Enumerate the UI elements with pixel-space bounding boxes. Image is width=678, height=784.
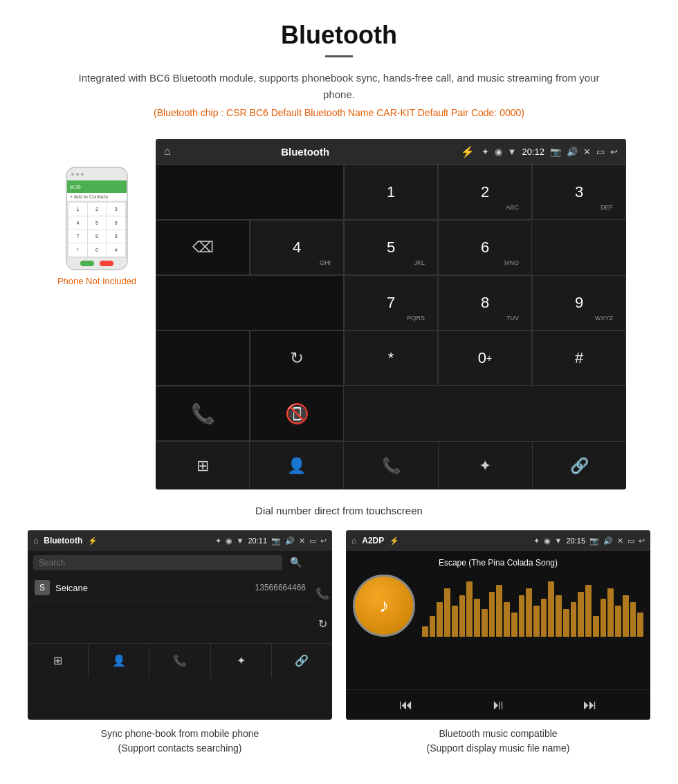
pk-0: 0 [88,243,107,256]
pb-side-phone-icon[interactable]: 📞 [315,587,329,600]
pb-contact-row[interactable]: S Seicane 13566664466 [28,575,313,601]
volume-icon[interactable]: 🔊 [567,147,578,157]
search-icon[interactable]: 🔍 [290,557,302,568]
music-loc-icon: ◉ [544,536,551,545]
dial-key-8[interactable]: 8 TUV [438,275,532,330]
phone-top-bar [67,168,127,180]
title-divider [325,55,353,57]
dial-key-5[interactable]: 5 JKL [344,220,438,275]
visualizer-bar [526,588,532,637]
phone-btn[interactable]: 📞 [344,442,438,489]
lower-screenshots: ⌂ Bluetooth ⚡ ✦ ◉ ▼ 20:11 📷 🔊 ✕ ▭ ↩ 🔍 [0,530,678,756]
music-close-icon[interactable]: ✕ [617,536,623,545]
next-track-btn[interactable]: ⏭ [583,697,597,713]
sub-label-8: TUV [506,315,519,321]
dial-key-0[interactable]: 0+ [438,330,532,386]
dial-key-star[interactable]: * [344,330,438,386]
pk-1: 1 [68,203,87,216]
pb-dialpad-btn[interactable]: ⊞ [28,644,89,678]
music-vol-icon: 🔊 [603,536,613,545]
camera-icon[interactable]: 📷 [550,147,561,157]
car-screen-header: ⌂ Bluetooth ⚡ ✦ ◉ ▼ 20:12 📷 🔊 ✕ ▭ ↩ [156,139,626,164]
pk-9: 9 [107,230,125,243]
pk-4: 4 [68,216,87,230]
pb-back-icon[interactable]: ↩ [320,536,327,545]
page-title: Bluetooth [14,21,664,50]
sub-label-3: DEF [601,204,613,211]
visualizer-bar [593,616,599,637]
pb-link-btn[interactable]: 🔗 [272,644,332,678]
back-icon[interactable]: ↩ [610,147,618,157]
phone-not-included-label: Phone Not Included [57,276,136,286]
music-header: ⌂ A2DP ⚡ ✦ ◉ ▼ 20:15 📷 🔊 ✕ ▭ ↩ [346,530,650,551]
dial-key-2[interactable]: 2 ABC [438,165,532,220]
empty-row2 [156,275,344,330]
visualizer-bar [519,595,525,637]
refresh-cell[interactable]: ↻ [250,330,344,386]
prev-track-btn[interactable]: ⏮ [399,697,413,713]
visualizer-bar [511,613,517,637]
backspace-cell[interactable]: ⌫ [156,220,250,275]
visualizer-bar [563,609,569,637]
dial-display[interactable] [156,165,344,220]
visualizer-bar [466,581,473,637]
dial-input[interactable] [156,183,329,201]
pb-home-icon[interactable]: ⌂ [33,536,38,545]
dial-key-1[interactable]: 1 [344,165,438,220]
phone-call-btn [80,261,94,266]
pb-phone-btn[interactable]: 📞 [149,644,210,678]
window-icon[interactable]: ▭ [596,147,605,157]
phone-end-btn [100,261,113,266]
visualizer-bar [533,606,540,637]
dial-key-7[interactable]: 7 PQRS [344,275,438,330]
dial-key-3[interactable]: 3 DEF [532,165,626,220]
music-content: ♪ [353,575,643,637]
pb-side-refresh-icon[interactable]: ↻ [318,617,327,631]
phonebook-caption-line2: (Support contacts searching) [118,743,242,754]
dial-key-4[interactable]: 4 GHI [250,220,344,275]
dial-key-6[interactable]: 6 MNO [438,220,532,275]
visualizer-bar [430,616,436,637]
pk-hash: # [107,243,125,256]
music-controls: ⏮ ⏯ ⏭ [346,689,650,720]
bluetooth-specs: (Bluetooth chip : CSR BC6 Default Blueto… [14,107,664,118]
song-title: Escape (The Pina Colada Song) [439,558,558,568]
pk-star: * [68,243,87,256]
pb-bt-icon: ✦ [215,536,221,545]
music-back-icon[interactable]: ↩ [639,536,645,545]
music-signal-icon: ▼ [555,536,562,545]
pb-search-input[interactable] [33,555,282,570]
contact-phone: 13566664466 [255,583,306,592]
visualizer-bar [548,581,554,637]
dial-key-hash[interactable]: # [532,330,626,386]
visualizer-bar [504,602,510,637]
music-home-icon[interactable]: ⌂ [351,536,356,545]
contact-name: Seicane [55,583,255,593]
pb-close-icon[interactable]: ✕ [299,536,305,545]
album-art: ♪ [353,575,415,637]
music-camera-icon: 📷 [589,536,599,545]
music-usb-icon: ⚡ [390,536,399,545]
bluetooth-btn[interactable]: ✦ [439,442,533,489]
end-call-cell[interactable]: 📵 [250,386,344,441]
pk-8: 8 [88,230,107,243]
close-icon[interactable]: ✕ [583,147,591,157]
pb-bt-btn[interactable]: ✦ [211,644,272,678]
pb-loc-icon: ◉ [226,536,232,545]
pk-2: 2 [88,203,107,216]
link-btn[interactable]: 🔗 [533,442,626,489]
pb-contacts-active-btn[interactable]: 👤 [89,644,149,678]
dial-key-9[interactable]: 9 WXYZ [532,275,626,330]
contacts-btn[interactable]: 👤 [250,442,344,489]
visualizer-bar [489,592,495,637]
visualizer-bar [541,599,547,637]
call-cell[interactable]: 📞 [156,386,250,441]
car-screen-dial: ⌂ Bluetooth ⚡ ✦ ◉ ▼ 20:12 📷 🔊 ✕ ▭ ↩ 1 2 … [156,139,626,489]
empty-row3a [156,330,250,386]
visualizer-bar [459,595,466,637]
pb-status-icons: ✦ ◉ ▼ 20:11 📷 🔊 ✕ ▭ ↩ [215,536,327,545]
dialpad-btn[interactable]: ⊞ [156,442,250,489]
play-pause-btn[interactable]: ⏯ [491,697,505,713]
pb-side-icons: 📞 ↻ [313,575,332,643]
phone-bottom-bar [67,258,127,269]
